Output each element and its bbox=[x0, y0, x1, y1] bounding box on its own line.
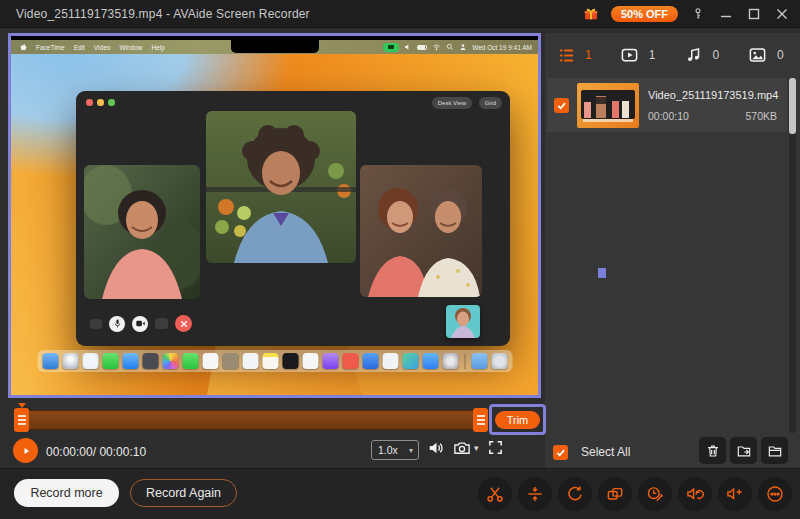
delete-button[interactable] bbox=[699, 437, 726, 464]
menubar-volume-icon bbox=[404, 43, 412, 51]
tab-images[interactable]: 0 bbox=[747, 46, 784, 64]
speed-dropdown[interactable]: 1.0x ▾ bbox=[371, 440, 419, 460]
cut-tool-button[interactable] bbox=[478, 477, 512, 511]
audio-convert-icon bbox=[685, 484, 705, 504]
tab-videos[interactable]: 1 bbox=[619, 46, 656, 64]
edit-tools bbox=[478, 477, 792, 511]
spotlight-icon bbox=[446, 43, 454, 51]
playback-time: 00:00:00/ 00:00:10 bbox=[46, 445, 146, 459]
file-duration: 00:00:10 bbox=[648, 110, 689, 122]
facetime-tile-left bbox=[84, 165, 200, 299]
mb-item-item: Window bbox=[119, 44, 142, 51]
fullscreen-icon bbox=[487, 439, 504, 456]
wifi-icon bbox=[432, 43, 441, 51]
volume-boost-tool-button[interactable] bbox=[718, 477, 752, 511]
trim-handle-end[interactable] bbox=[473, 408, 488, 432]
mail-icon bbox=[122, 353, 138, 369]
desk-view-button: Desk View bbox=[432, 97, 472, 109]
facetime-selfview bbox=[446, 305, 480, 338]
reminders-icon bbox=[242, 353, 258, 369]
volume-icon bbox=[427, 439, 446, 457]
close-button[interactable] bbox=[774, 6, 790, 22]
timeline-track[interactable] bbox=[16, 410, 478, 430]
sidebar-toggle-icon bbox=[90, 319, 102, 329]
mic-icon bbox=[109, 316, 125, 332]
scrollbar-thumb[interactable] bbox=[789, 78, 796, 134]
music-icon bbox=[685, 46, 703, 64]
speed-edit-tool-button[interactable] bbox=[638, 477, 672, 511]
play-button[interactable] bbox=[13, 438, 38, 463]
key-icon[interactable] bbox=[690, 6, 706, 22]
messages-icon bbox=[102, 353, 118, 369]
snapshot-button[interactable]: ▾ bbox=[452, 439, 479, 457]
mb-item-item: Edit bbox=[74, 44, 85, 51]
open-folder-button[interactable] bbox=[761, 437, 788, 464]
history-sidebar: 1 1 0 0 bbox=[545, 33, 800, 468]
stats-icon bbox=[402, 353, 418, 369]
recording-list-item[interactable]: Video_251119173519.mp4 00:00:10 570KB bbox=[547, 78, 787, 132]
more-tools-button[interactable] bbox=[758, 477, 792, 511]
cursor-artifact bbox=[598, 268, 606, 278]
file-checkbox[interactable] bbox=[554, 98, 569, 113]
camera-notch bbox=[231, 40, 319, 53]
facetime-tile-center bbox=[206, 111, 356, 263]
share-screen-icon bbox=[155, 318, 168, 329]
finder-icon bbox=[42, 353, 58, 369]
record-more-button[interactable]: Record more bbox=[14, 479, 119, 507]
file-name: Video_251119173519.mp4 bbox=[648, 89, 787, 101]
video-icon bbox=[619, 46, 640, 64]
select-all-row: Select All bbox=[545, 437, 800, 467]
facetime-window: Desk View Grid bbox=[76, 91, 510, 346]
mb-item-item: Video bbox=[94, 44, 111, 51]
contacts-icon bbox=[222, 353, 238, 369]
select-all-label: Select All bbox=[581, 445, 630, 459]
trim-button[interactable]: Trim bbox=[495, 411, 541, 429]
trim-button-highlight: Trim bbox=[489, 404, 546, 435]
launchpad-icon bbox=[62, 353, 78, 369]
play-icon bbox=[20, 445, 32, 457]
settings-icon bbox=[442, 353, 458, 369]
close-traffic-icon bbox=[86, 99, 93, 106]
rotate-icon bbox=[565, 484, 585, 504]
audio-convert-tool-button[interactable] bbox=[678, 477, 712, 511]
select-all-checkbox[interactable] bbox=[553, 445, 568, 460]
speed-edit-icon bbox=[645, 484, 665, 504]
gift-icon[interactable] bbox=[583, 6, 599, 22]
more-icon bbox=[765, 484, 785, 504]
photos-icon bbox=[162, 353, 178, 369]
macos-dock bbox=[37, 350, 512, 372]
merge-icon bbox=[605, 484, 625, 504]
tv-icon bbox=[282, 353, 298, 369]
discount-badge[interactable]: 50% OFF bbox=[611, 6, 678, 22]
file-size: 570KB bbox=[745, 110, 777, 122]
screen-sharing-indicator-icon bbox=[383, 43, 399, 52]
podcasts-icon bbox=[322, 353, 338, 369]
media-tabs: 1 1 0 0 bbox=[545, 39, 800, 71]
titlebar: Video_251119173519.mp4 - AVAide Screen R… bbox=[0, 0, 800, 28]
volume-boost-icon bbox=[725, 484, 745, 504]
split-tool-button[interactable] bbox=[518, 477, 552, 511]
safari-icon bbox=[82, 353, 98, 369]
fullscreen-button[interactable] bbox=[487, 439, 504, 456]
menubar-clock: Wed Oct 19 9:41 AM bbox=[472, 44, 532, 51]
news-icon bbox=[342, 353, 358, 369]
facetime-controls bbox=[90, 315, 192, 332]
traffic-lights bbox=[86, 99, 115, 106]
trim-handle-start[interactable] bbox=[14, 408, 29, 432]
export-button[interactable] bbox=[730, 437, 757, 464]
tab-recording-list[interactable]: 1 bbox=[557, 47, 592, 64]
trash-icon bbox=[705, 443, 721, 459]
rotate-tool-button[interactable] bbox=[558, 477, 592, 511]
volume-button[interactable] bbox=[427, 439, 446, 457]
tab-audios[interactable]: 0 bbox=[685, 46, 719, 64]
scissors-icon bbox=[485, 484, 505, 504]
record-again-button[interactable]: Record Again bbox=[130, 479, 237, 507]
merge-tool-button[interactable] bbox=[598, 477, 632, 511]
freeform-icon bbox=[382, 353, 398, 369]
maximize-button[interactable] bbox=[746, 6, 762, 22]
minimize-button[interactable] bbox=[718, 6, 734, 22]
recorded-screen: FaceTimeEditVideoWindowHelp Wed Oct 19 9… bbox=[11, 36, 538, 395]
control-center-icon bbox=[459, 43, 467, 51]
minimize-traffic-icon bbox=[97, 99, 104, 106]
sidebar-scrollbar[interactable] bbox=[789, 78, 796, 433]
